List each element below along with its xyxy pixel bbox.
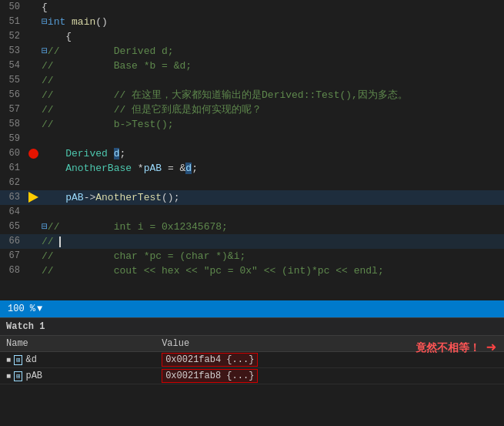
code-line-65: 65 ⊟// int i = 0x12345678; [0, 220, 504, 234]
line-number-65: 65 [0, 220, 26, 234]
collapse-btn-51[interactable]: ⊟ [42, 16, 48, 28]
collapse-btn-53[interactable]: ⊟ [42, 45, 48, 57]
gutter-64 [26, 205, 42, 220]
code-content-53: ⊟// Derived d; [42, 44, 504, 59]
line-number-57: 57 [0, 102, 26, 117]
line-number-60: 60 [0, 146, 26, 161]
gutter-63 [26, 190, 42, 205]
code-line-50: 50 { [0, 0, 504, 15]
code-line-56: 56 // // 在这里，大家都知道输出的是Derived::Test(),因为… [0, 88, 504, 102]
watch-panel: Watch 1 竟然不相等！ ➜ Name Value ■ ⊞ [0, 317, 504, 426]
line-number-54: 54 [0, 59, 26, 73]
gutter-62 [26, 176, 42, 190]
zoom-label: 100 % [8, 304, 35, 314]
annotation-container: 竟然不相等！ ➜ [416, 337, 496, 358]
code-line-67: 67 // char *pc = (char *)&i; [0, 249, 504, 263]
code-line-58: 58 // b->Test(); [0, 117, 504, 132]
gutter-55 [26, 73, 42, 88]
gutter-67 [26, 249, 42, 263]
code-content-68: // cout << hex << "pc = 0x" << (int)*pc … [42, 263, 504, 278]
editor-container: 50 { 51 ⊟int main() 52 { 53 ⊟// De [0, 0, 504, 300]
zoom-dropdown-icon[interactable]: ▼ [37, 304, 42, 314]
code-content-61: AnotherBase *pAB = &d; [42, 161, 504, 176]
code-line-62: 62 [0, 176, 504, 190]
debug-arrow-63 [28, 192, 38, 203]
value-display-0: 0x0021fab4 {...} [162, 353, 258, 367]
code-line-68: 68 // cout << hex << "pc = 0x" << (int)*… [0, 263, 504, 278]
code-line-59: 59 [0, 132, 504, 146]
code-content-64 [42, 205, 504, 220]
watch-table-container: 竟然不相等！ ➜ Name Value ■ ⊞ &d [0, 336, 504, 384]
expand-icon-1[interactable]: ■ [6, 372, 11, 381]
gutter-53 [26, 44, 42, 59]
collapse-btn-65[interactable]: ⊟ [42, 221, 48, 233]
var-name-0: &d [25, 354, 36, 365]
watch-row-1[interactable]: ■ ⊞ pAB 0x0021fab8 {...} [0, 368, 504, 384]
gutter-58 [26, 117, 42, 132]
gutter-54 [26, 59, 42, 73]
value-display-1: 0x0021fab8 {...} [162, 369, 258, 383]
code-line-55: 55 // [0, 73, 504, 88]
code-line-54: 54 // Base *b = &d; [0, 59, 504, 73]
gutter-59 [26, 132, 42, 146]
gutter-65 [26, 220, 42, 234]
annotation-text: 竟然不相等！ [416, 341, 480, 355]
code-content-59 [42, 132, 504, 146]
code-content-67: // char *pc = (char *)&i; [42, 249, 504, 263]
watch-col-name-header: Name [0, 336, 155, 352]
expand-icon-0[interactable]: ■ [6, 356, 11, 364]
code-lines-wrapper: 50 { 51 ⊟int main() 52 { 53 ⊟// De [0, 0, 504, 300]
code-line-66: 66 // [0, 234, 504, 249]
line-number-59: 59 [0, 132, 26, 146]
code-content-55: // [42, 73, 504, 88]
gutter-51 [26, 15, 42, 29]
gutter-57 [26, 102, 42, 117]
code-content-63: pAB->AnotherTest(); [42, 190, 504, 205]
code-content-56: // // 在这里，大家都知道输出的是Derived::Test(),因为多态。 [42, 88, 504, 102]
zoom-control: 100 % ▼ [8, 304, 42, 314]
cursor [59, 236, 61, 247]
code-line-52: 52 { [0, 29, 504, 44]
line-number-56: 56 [0, 88, 26, 102]
gutter-56 [26, 88, 42, 102]
code-line-60: 60 Derived d; [0, 146, 504, 161]
code-content-60: Derived d; [42, 146, 504, 161]
var-name-1: pAB [25, 371, 42, 381]
code-line-63: 63 pAB->AnotherTest(); [0, 190, 504, 205]
annotation-arrow: ➜ [486, 337, 496, 358]
code-content-54: // Base *b = &d; [42, 59, 504, 73]
breakpoint-60 [28, 149, 38, 159]
watch-value-1: 0x0021fab8 {...} [155, 368, 504, 384]
line-number-50: 50 [0, 0, 26, 15]
line-number-64: 64 [0, 205, 26, 220]
code-line-51: 51 ⊟int main() [0, 15, 504, 29]
code-content-62 [42, 176, 504, 190]
line-number-61: 61 [0, 161, 26, 176]
line-number-63: 63 [0, 190, 26, 205]
code-line-57: 57 // // 但是它到底是如何实现的呢？ [0, 102, 504, 117]
code-line-61: 61 AnotherBase *pAB = &d; [0, 161, 504, 176]
gutter-60 [26, 146, 42, 161]
code-content-58: // b->Test(); [42, 117, 504, 132]
line-number-68: 68 [0, 263, 26, 278]
gutter-68 [26, 263, 42, 278]
gutter-61 [26, 161, 42, 176]
line-number-51: 51 [0, 15, 26, 29]
line-number-66: 66 [0, 234, 26, 249]
code-content-51: ⊟int main() [42, 15, 504, 29]
status-bar: 100 % ▼ [0, 300, 504, 317]
gutter-52 [26, 29, 42, 44]
line-number-67: 67 [0, 249, 26, 263]
watch-name-1: ■ ⊞ pAB [0, 368, 155, 384]
line-number-55: 55 [0, 73, 26, 88]
code-content-52: { [42, 29, 504, 44]
watch-panel-header: Watch 1 [0, 318, 504, 336]
code-content-57: // // 但是它到底是如何实现的呢？ [42, 102, 504, 117]
line-number-62: 62 [0, 176, 26, 190]
code-line-53: 53 ⊟// Derived d; [0, 44, 504, 59]
gutter-66 [26, 234, 42, 249]
code-content-66: // [42, 234, 504, 249]
code-line-64: 64 [0, 205, 504, 220]
watch-name-0: ■ ⊞ &d [0, 352, 155, 368]
type-icon-1: ⊞ [14, 371, 22, 381]
